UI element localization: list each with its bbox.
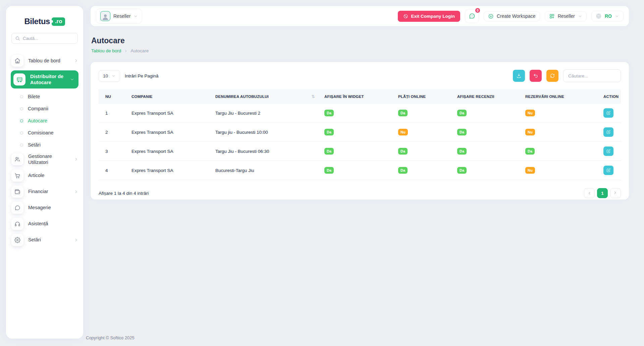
table-footer: Afișare 1 la 4 din 4 intrări 1: [99, 188, 621, 198]
chat-button[interactable]: 0: [465, 9, 479, 23]
column-header-reservations[interactable]: REZERVĂRI ONLINE: [519, 90, 597, 104]
sidebar-subitem-autocare[interactable]: Autocare: [6, 115, 83, 127]
sidebar-search[interactable]: [11, 33, 78, 44]
column-header-widget[interactable]: AFIȘARE ÎN WIDGET: [318, 90, 391, 104]
sidebar-item-dashboard[interactable]: Tablou de bord: [6, 53, 83, 68]
undo-button[interactable]: [530, 70, 542, 82]
table-search-input[interactable]: [563, 69, 621, 82]
cell-nu: 2: [99, 123, 125, 142]
pagination-prev-button[interactable]: [584, 188, 595, 198]
ban-icon: [403, 14, 408, 19]
headset-icon: [11, 218, 23, 230]
edit-button[interactable]: [603, 166, 613, 175]
table-row: 4 Expres Transport SA Bucuresti-Targu Ji…: [99, 161, 621, 180]
sidebar-item-support[interactable]: Asistență: [6, 216, 83, 232]
profile-dropdown[interactable]: Reseller: [96, 9, 142, 23]
workspace-label: Reseller: [558, 13, 575, 19]
chevron-down-icon: [615, 14, 619, 18]
globe-icon: [596, 13, 602, 19]
sidebar-subitem-setari[interactable]: Setări: [6, 139, 83, 151]
users-icon: [11, 153, 23, 165]
sidebar-item-users[interactable]: Gestionare Utilizatori: [6, 152, 83, 167]
column-header-nu[interactable]: NU: [99, 90, 125, 104]
sidebar-item-label: Financiar: [28, 188, 69, 194]
chat-count-badge: 0: [475, 7, 481, 13]
widget-status-badge: Da: [324, 167, 334, 174]
sidebar-item-messaging[interactable]: Mesagerie: [6, 200, 83, 216]
export-download-button[interactable]: [513, 70, 525, 82]
cell-company: Expres Transport SA: [125, 142, 209, 161]
cell-nu: 3: [99, 142, 125, 161]
pagination-page-1[interactable]: 1: [597, 188, 608, 198]
cell-company: Expres Transport SA: [125, 104, 209, 123]
sidebar-item-settings[interactable]: Setări: [6, 232, 83, 248]
column-header-company[interactable]: COMPANIE: [125, 90, 209, 104]
breadcrumb-current: Autocare: [130, 48, 149, 53]
sidebar-subitem-label: Comisioane: [28, 130, 54, 135]
sort-icon[interactable]: ⇅: [312, 94, 315, 99]
cart-icon: [11, 170, 23, 182]
gear-icon: [11, 234, 23, 246]
reviews-status-badge: Da: [457, 129, 467, 135]
payments-status-badge: Nu: [398, 129, 408, 135]
column-header-payments[interactable]: PLĂȚI ONLINE: [391, 90, 450, 104]
sidebar-item-distributor[interactable]: Distribuitor de Autocare: [11, 70, 78, 89]
reviews-status-badge: Da: [457, 148, 467, 155]
chevron-down-icon: [578, 14, 582, 18]
sidebar-item-label: Setări: [28, 237, 69, 243]
plus-circle-icon: [488, 13, 494, 19]
column-header-action: ACTION: [597, 90, 621, 104]
logo: Biletus .ro: [6, 6, 83, 33]
sidebar-item-financial[interactable]: Financiar: [6, 184, 83, 199]
sidebar-subitem-bilete[interactable]: Bilete: [6, 91, 83, 103]
edit-button[interactable]: [603, 127, 613, 137]
bullet-icon: [20, 107, 23, 110]
home-icon: [11, 55, 23, 67]
sidebar-item-label: Tablou de bord: [28, 58, 69, 64]
table-row: 3 Expres Transport SA Targu Jiu - Bucure…: [99, 142, 621, 161]
language-dropdown[interactable]: RO: [591, 11, 624, 21]
exit-button-label: Exit Company Login: [411, 14, 455, 19]
reservations-status-badge: Nu: [525, 129, 535, 135]
chevron-down-icon: [133, 14, 138, 18]
sidebar-subitem-comisioane[interactable]: Comisioane: [6, 127, 83, 139]
sidebar-item-label: Distribuitor de Autocare: [30, 73, 65, 85]
pagination: 1: [584, 188, 621, 198]
column-header-reviews[interactable]: AFIȘARE RECENZII: [450, 90, 519, 104]
breadcrumb-separator-icon: [124, 49, 128, 53]
workspace-grid-icon: [549, 13, 555, 19]
reviews-status-badge: Da: [457, 167, 467, 174]
sidebar-search-input[interactable]: [23, 36, 74, 41]
cell-nu: 1: [99, 104, 125, 123]
breadcrumb-home-link[interactable]: Tablou de bord: [91, 48, 121, 53]
page-size-select[interactable]: 10: [99, 70, 120, 82]
edit-button[interactable]: [603, 147, 613, 156]
widget-status-badge: Da: [324, 129, 334, 135]
sidebar-item-label: Asistență: [28, 221, 78, 227]
sidebar-subitem-companii[interactable]: Companii: [6, 103, 83, 115]
breadcrumb: Tablou de bord Autocare: [91, 48, 628, 53]
sidebar-item-articles[interactable]: Articole: [6, 168, 83, 183]
autocare-table-card: 10 Intrări Pe Pagină: [91, 62, 629, 199]
edit-button[interactable]: [603, 108, 613, 118]
widget-status-badge: Da: [324, 110, 334, 116]
chevron-right-icon: [74, 157, 78, 162]
table-row: 2 Expres Transport SA Targu jiu - Bucure…: [99, 123, 621, 142]
refresh-button[interactable]: [546, 70, 558, 82]
chat-icon: [11, 202, 23, 214]
workspace-dropdown[interactable]: Reseller: [545, 11, 587, 21]
sidebar-subitem-label: Bilete: [28, 94, 40, 99]
pagination-next-button[interactable]: [610, 188, 621, 198]
payments-status-badge: Da: [398, 110, 408, 116]
entries-info: Afișare 1 la 4 din 4 intrări: [99, 191, 149, 196]
bus-icon: [13, 73, 25, 85]
exit-company-login-button[interactable]: Exit Company Login: [398, 11, 460, 22]
cell-company: Expres Transport SA: [125, 161, 209, 180]
bullet-icon: [20, 143, 23, 147]
create-workspace-button[interactable]: Create Workspace: [484, 11, 540, 21]
column-header-bus[interactable]: DENUMIREA AUTOBUZULUI ⇅: [209, 90, 318, 104]
reservations-status-badge: Nu: [525, 110, 535, 116]
page-header: Autocare Tablou de bord Autocare: [91, 36, 628, 53]
widget-status-badge: Da: [324, 148, 334, 155]
sidebar-item-label: Gestionare Utilizatori: [28, 153, 69, 165]
